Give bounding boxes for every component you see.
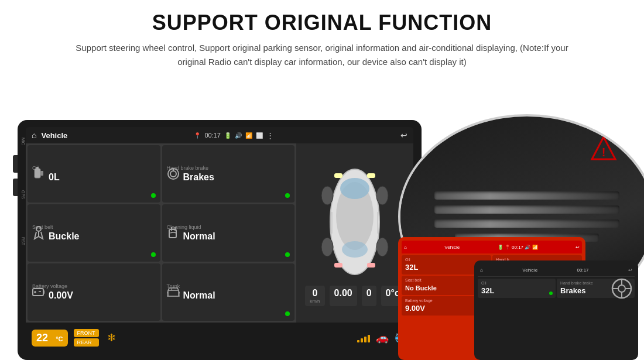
rst-label: RST	[21, 237, 25, 245]
svg-rect-0	[35, 169, 40, 178]
cleaning-icon	[167, 226, 180, 240]
stat-2: 0	[362, 286, 376, 306]
home-icon[interactable]: ⌂	[32, 131, 36, 140]
subtitle: Support steering wheel control, Support …	[70, 41, 574, 69]
brakes-label: Hand brake brake	[167, 165, 290, 171]
overlay-time-2: 00:17	[577, 268, 589, 273]
overlay-dot-green-1	[549, 292, 553, 295]
temp-value: 22	[36, 332, 48, 344]
main-content: Oil 0L Hand br	[26, 143, 413, 323]
front-rear-buttons: FRONT REAR	[74, 328, 99, 347]
status-bar-right: ↩	[400, 131, 407, 140]
overlay-time-1: 00:17	[512, 245, 523, 250]
overlay-back-1[interactable]: ↩	[576, 245, 580, 250]
status-bar-center: 📍 00:17 🔋 🔊 📶 ⬜ ⋮	[194, 131, 274, 140]
cleaning-cell: Cleaning liquid Normal	[162, 204, 295, 262]
screen-icon: ⬜	[256, 132, 263, 139]
overlay-dark-oil: Oil 32L	[478, 279, 556, 298]
svg-point-26	[376, 186, 388, 205]
status-bar-left: ⌂ Vehicle	[32, 131, 67, 140]
seatbelt-label: Seat belt	[32, 224, 156, 230]
svg-rect-24	[367, 263, 375, 268]
front-button[interactable]: FRONT	[74, 329, 99, 337]
signal-icon: 📶	[245, 132, 252, 139]
oil-icon	[32, 166, 45, 181]
overlay-back-2[interactable]: ↩	[628, 268, 632, 273]
page-title: SUPPORT ORIGINAL FUNCTION	[47, 11, 597, 35]
car-top-view	[317, 160, 393, 283]
volume-icon: 🔊	[235, 132, 242, 139]
overlay-home-2: ⌂	[480, 268, 483, 273]
ac-icon[interactable]: ❄	[107, 331, 116, 344]
svg-rect-12	[43, 290, 44, 294]
cleaning-label: Cleaning liquid	[167, 224, 290, 230]
svg-point-28	[376, 238, 388, 256]
oil-dot	[151, 193, 156, 198]
screen: ⌂ Vehicle 📍 00:17 🔋 🔊 📶 ⬜ ⋮	[26, 127, 413, 353]
overlay-dark-oil-value: 32L	[481, 286, 494, 295]
seatbelt-dot	[151, 252, 156, 257]
oil-label: Oil	[32, 165, 156, 171]
vehicle-title: Vehicle	[41, 131, 67, 140]
overlay-oil-label: Oil	[405, 258, 488, 262]
svg-point-6	[36, 227, 41, 231]
rear-button[interactable]: REAR	[74, 338, 99, 347]
svg-rect-22	[367, 173, 375, 178]
svg-rect-23	[334, 263, 342, 268]
cleaning-dot	[285, 252, 290, 257]
images-row: MIC GPS RST ⌂ Vehicle 📍	[0, 120, 644, 360]
back-button[interactable]: ↩	[400, 131, 407, 140]
svg-point-19	[340, 178, 369, 199]
brakes-cell: Hand brake brake Brakes	[162, 145, 295, 203]
temperature-display: 22 .5 °C	[32, 330, 68, 347]
trunk-icon	[167, 287, 180, 297]
svg-rect-8	[169, 229, 176, 238]
svg-point-25	[321, 186, 333, 205]
overlay-seatbelt-value: No Buckle	[405, 284, 437, 292]
stat-2-value: 0	[366, 288, 372, 299]
overlay-title-2: Vehicle	[522, 268, 537, 273]
brakes-icon	[167, 167, 180, 180]
page-container: SUPPORT ORIGINAL FUNCTION Support steeri…	[0, 0, 644, 360]
steering-wheel-icon	[611, 278, 632, 299]
stat-1-value: 0.00	[334, 288, 352, 299]
bottom-left: 22 .5 °C FRONT REAR ❄	[32, 328, 116, 347]
overlay-title-1: Vehicle	[444, 245, 460, 250]
svg-rect-1	[36, 167, 39, 170]
overlay-dark-oil-label: Oil	[481, 281, 552, 285]
overlay-dark-brakes: Hand brake brake Brakes	[557, 279, 635, 298]
android-unit: MIC GPS RST ⌂ Vehicle 📍	[18, 120, 422, 360]
mic-label: MIC	[21, 138, 25, 145]
menu-icon[interactable]: ⋮	[266, 131, 274, 140]
temp-unit: °C	[56, 335, 63, 342]
trunk-label: Trunk	[167, 283, 290, 289]
side-button-1[interactable]	[13, 155, 18, 173]
brakes-dot	[285, 193, 290, 198]
overlay-oil-value: 32L	[405, 263, 418, 272]
info-grid: Oil 0L Hand br	[26, 143, 296, 323]
trunk-value: Normal	[183, 290, 290, 301]
status-bar: ⌂ Vehicle 📍 00:17 🔋 🔊 📶 ⬜ ⋮	[26, 127, 413, 143]
overlay-grid-2: Oil 32L Hand brake brake Brakes	[478, 279, 635, 298]
temp-sub: .5	[49, 335, 54, 342]
oil-value: 0L	[49, 172, 156, 183]
svg-point-20	[342, 241, 368, 258]
overlay-dark-brakes-value: Brakes	[560, 286, 585, 295]
car-icon: 🚗	[376, 331, 389, 344]
stat-0: 0 km/h	[305, 286, 324, 306]
vent-slot-1	[434, 191, 620, 200]
warning-triangle: !	[589, 134, 618, 166]
trunk-dot	[285, 311, 290, 316]
battery-cell: Battery voltage 0.00V	[28, 263, 160, 321]
time-display: 00:17	[204, 132, 221, 139]
overlay-icons-1: 🔋 📍 00:17 🔊 📶	[498, 245, 538, 250]
side-button-2[interactable]	[13, 179, 18, 196]
seatbelt-cell: Seat belt Buckle	[28, 204, 160, 262]
brakes-value: Brakes	[183, 172, 290, 183]
seatbelt-value: Buckle	[49, 231, 156, 242]
bar-3	[364, 337, 366, 342]
svg-rect-21	[334, 173, 342, 178]
bar-1	[357, 340, 359, 342]
svg-text:!: !	[602, 146, 606, 159]
overlay-home-1: ⌂	[404, 245, 407, 250]
